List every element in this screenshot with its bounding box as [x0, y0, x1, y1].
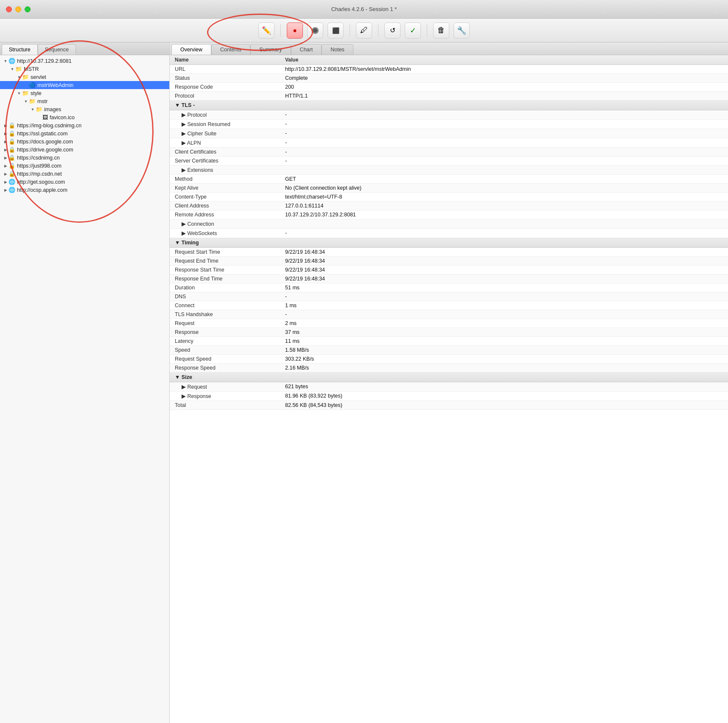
sub-row-5: ▶ Protocol- [170, 110, 728, 120]
tab-chart[interactable]: Chart [291, 44, 322, 55]
row-value-2: 200 [280, 83, 728, 92]
data-row-25: DNS- [170, 292, 728, 301]
row-value-33: 2.16 MB/s [280, 364, 728, 373]
row-value-21: 9/22/19 16:48:34 [280, 257, 728, 266]
tree-item-servlet[interactable]: ▼📁servlet [0, 73, 169, 81]
data-row-15: Client Address127.0.0.1:61114 [170, 202, 728, 210]
row-value-22: 9/22/19 16:48:34 [280, 266, 728, 275]
tree-arrow-servlet: ▼ [16, 75, 22, 79]
tree-icon-servlet: 📁 [22, 74, 29, 80]
row-name-32: Request Speed [170, 355, 280, 364]
tree-item-style[interactable]: ▼📁style [0, 89, 169, 97]
tree-icon-ocsp-apple: 🌐 [8, 187, 15, 193]
pen-button[interactable]: 🖊 [356, 22, 372, 39]
tree-label-style: style [31, 90, 42, 96]
row-value-24: 51 ms [280, 283, 728, 292]
tree-icon-drive-google: 🔒 [8, 146, 15, 153]
sub-row-11: ▶ Extensions [170, 165, 728, 175]
sub-name-7: ▶ Cipher Suite [170, 129, 280, 138]
tree-label-mp-csdn: https://mp.csdn.net [17, 171, 62, 177]
row-name-12: Method [170, 175, 280, 184]
tree-item-csdnimg[interactable]: ▶🔒https://csdnimg.cn [0, 154, 169, 162]
data-row-0: URLhttp://10.37.129.2:8081/MSTR/servlet/… [170, 65, 728, 74]
tree-item-mstr2[interactable]: ▼📁mstr [0, 97, 169, 105]
sub-name-5: ▶ Protocol [170, 110, 280, 120]
data-row-22: Response Start Time9/22/19 16:48:34 [170, 266, 728, 275]
tree-item-ocsp-apple[interactable]: ▶🌐http://ocsp.apple.com [0, 186, 169, 194]
tab-sequence[interactable]: Sequence [38, 44, 76, 55]
tree-arrow-style: ▼ [16, 91, 22, 95]
window-title: Charles 4.2.6 - Session 1 * [331, 6, 397, 12]
row-name-14: Content-Type [170, 193, 280, 202]
tree-item-get-sogou[interactable]: ▶🌐http://get.sogou.com [0, 178, 169, 186]
minimize-button[interactable] [15, 6, 21, 12]
tree-item-img-blog[interactable]: ▶🔒https://img-blog.csdnimg.cn [0, 121, 169, 129]
data-row-3: ProtocolHTTP/1.1 [170, 92, 728, 101]
tree-item-favicon[interactable]: 🖼favicon.ico [0, 113, 169, 121]
tab-summary[interactable]: Summary [250, 44, 291, 55]
tree-item-mstr[interactable]: ▼📁MSTR [0, 65, 169, 73]
tools-button[interactable]: 🔧 [454, 22, 470, 39]
tree-label-img-blog: https://img-blog.csdnimg.cn [17, 123, 81, 129]
tree-icon-docs-google: 🔒 [8, 138, 15, 145]
check-button[interactable]: ✓ [405, 22, 421, 39]
tree-arrow-mstr: ▼ [9, 67, 15, 71]
tree-item-docs-google[interactable]: ▶🔒https://docs.google.com [0, 137, 169, 146]
sub-name-11: ▶ Extensions [170, 165, 280, 175]
details-scroll[interactable]: Name Value URLhttp://10.37.129.2:8081/MS… [170, 55, 728, 723]
separator-1 [280, 24, 281, 37]
data-row-14: Content-Typetext/html;charset=UTF-8 [170, 193, 728, 202]
tree-icon-mstrWebAdmin: 🔵 [29, 82, 36, 88]
data-row-1: StatusComplete [170, 74, 728, 83]
sub-value-7: - [280, 129, 728, 138]
sub-value-18: - [280, 229, 728, 238]
zoom-button[interactable] [25, 6, 31, 12]
tree-item-mp-csdn[interactable]: ▶🔒https://mp.csdn.net [0, 170, 169, 178]
sub-value-11 [280, 165, 728, 175]
tree-item-images[interactable]: ▼📁images [0, 105, 169, 113]
row-name-13: Kept Alive [170, 184, 280, 193]
data-row-20: Request Start Time9/22/19 16:48:34 [170, 248, 728, 257]
throttle-icon [311, 26, 319, 35]
tree-item-drive-google[interactable]: ▶🔒https://drive.google.com [0, 146, 169, 154]
tree-item-root1[interactable]: ▼🌐http://10.37.129.2:8081 [0, 57, 169, 65]
row-name-15: Client Address [170, 202, 280, 210]
tree-arrow-get-sogou: ▶ [3, 180, 8, 184]
tab-overview[interactable]: Overview [171, 44, 211, 55]
tab-contents[interactable]: Contents [211, 44, 250, 55]
stop-button[interactable]: ⬛ [328, 22, 344, 39]
throttle-button[interactable] [307, 22, 323, 39]
tree-arrow-just998: ▶ [3, 164, 8, 168]
details-table: Name Value URLhttp://10.37.129.2:8081/MS… [170, 55, 728, 410]
tree-item-mstrWebAdmin[interactable]: 🔵mstrWebAdmin [0, 81, 169, 89]
row-value-15: 127.0.0.1:61114 [280, 202, 728, 210]
tree-label-favicon: favicon.ico [50, 115, 75, 120]
record-button[interactable]: ● [287, 22, 303, 39]
tab-notes[interactable]: Notes [322, 44, 353, 55]
row-name-21: Request End Time [170, 257, 280, 266]
row-value-16: 10.37.129.2/10.37.129.2:8081 [280, 210, 728, 219]
tab-structure[interactable]: Structure [2, 44, 38, 55]
data-row-27: TLS Handshake- [170, 310, 728, 319]
trash-button[interactable]: 🗑 [433, 22, 449, 39]
separator-3 [378, 24, 378, 37]
row-name-26: Connect [170, 301, 280, 310]
refresh-button[interactable]: ↺ [384, 22, 400, 39]
section-tls[interactable]: ▼ TLS - [170, 101, 728, 110]
section-timing[interactable]: ▼ Timing [170, 238, 728, 248]
pencil-button[interactable]: ✏️ [258, 22, 274, 39]
tree-label-just998: https://just998.com [17, 163, 62, 169]
data-row-32: Request Speed303.22 KB/s [170, 355, 728, 364]
tree-item-ssl-gstatic[interactable]: ▶🔒https://ssl.gstatic.com [0, 129, 169, 137]
section-size[interactable]: ▼ Size [170, 373, 728, 382]
tree-label-ssl-gstatic: https://ssl.gstatic.com [17, 131, 67, 137]
tree-item-just998[interactable]: ▶🔒https://just998.com [0, 162, 169, 170]
row-value-13: No (Client connection kept alive) [280, 184, 728, 193]
sub-value-17 [280, 219, 728, 229]
data-row-33: Response Speed2.16 MB/s [170, 364, 728, 373]
close-button[interactable] [6, 6, 12, 12]
row-name-24: Duration [170, 283, 280, 292]
tree-icon-images: 📁 [36, 106, 42, 112]
tree-label-get-sogou: http://get.sogou.com [17, 179, 65, 185]
row-value-32: 303.22 KB/s [280, 355, 728, 364]
